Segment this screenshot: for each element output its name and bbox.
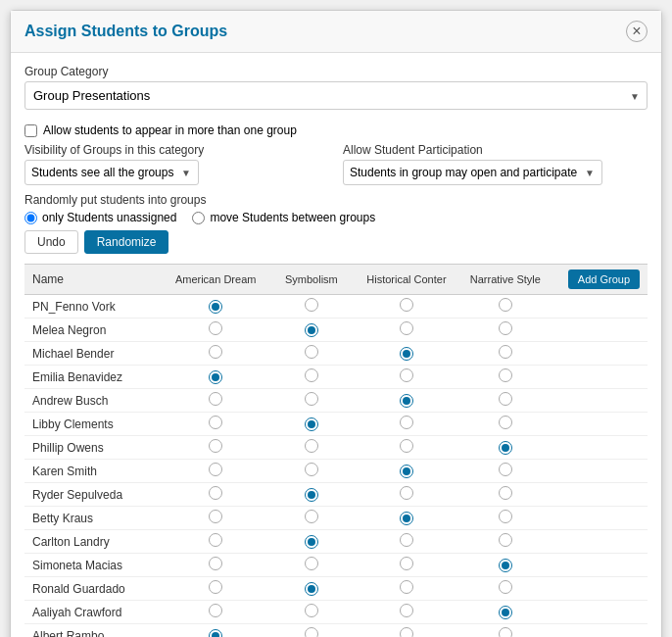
col-header-historical-conter: Historical Conter bbox=[355, 265, 458, 295]
group-radio[interactable] bbox=[209, 510, 222, 523]
group-radio[interactable] bbox=[400, 512, 413, 525]
group-radio[interactable] bbox=[400, 298, 413, 312]
action-buttons-row: Undo Randomize bbox=[24, 230, 648, 254]
group-radio[interactable] bbox=[305, 345, 318, 359]
group-radio[interactable] bbox=[209, 463, 222, 476]
group-radio[interactable] bbox=[499, 416, 512, 429]
table-row: Ronald Guardado bbox=[24, 577, 648, 601]
group-radio[interactable] bbox=[400, 394, 413, 408]
visibility-label: Visibility of Groups in this category bbox=[24, 143, 329, 157]
group-radio[interactable] bbox=[400, 486, 413, 500]
group-radio[interactable] bbox=[400, 439, 413, 453]
student-name: Karen Smith bbox=[24, 460, 164, 483]
student-name: Melea Negron bbox=[24, 318, 164, 342]
group-radio[interactable] bbox=[305, 392, 318, 406]
group-radio[interactable] bbox=[305, 298, 318, 312]
participation-select[interactable]: Students in group may open and participa… bbox=[343, 160, 602, 185]
group-radio[interactable] bbox=[400, 557, 413, 570]
undo-button[interactable]: Undo bbox=[24, 230, 78, 254]
group-radio[interactable] bbox=[400, 627, 413, 637]
group-radio[interactable] bbox=[499, 345, 512, 359]
group-radio[interactable] bbox=[499, 298, 512, 312]
table-row: Emilia Benavidez bbox=[24, 366, 648, 389]
group-radio[interactable] bbox=[400, 416, 413, 429]
student-name: Betty Kraus bbox=[24, 507, 164, 530]
group-radio[interactable] bbox=[209, 557, 222, 570]
col-header-narrative-style: Narrative Style bbox=[458, 265, 552, 295]
group-radio[interactable] bbox=[499, 580, 512, 594]
randomly-label: Randomly put students into groups bbox=[24, 193, 648, 207]
table-row: Libby Clements bbox=[24, 413, 648, 436]
participation-wrapper: Students in group may open and participa… bbox=[343, 160, 602, 185]
group-category-select[interactable]: Group Presentations bbox=[24, 81, 648, 110]
table-row: Betty Kraus bbox=[24, 507, 648, 530]
group-radio[interactable] bbox=[305, 417, 318, 431]
group-radio[interactable] bbox=[209, 439, 222, 453]
group-radio[interactable] bbox=[400, 533, 413, 547]
group-radio[interactable] bbox=[305, 323, 318, 337]
allow-multiple-label[interactable]: Allow students to appear in more than on… bbox=[43, 123, 297, 137]
group-radio[interactable] bbox=[209, 345, 222, 359]
close-button[interactable]: × bbox=[626, 21, 648, 42]
group-radio[interactable] bbox=[209, 370, 222, 384]
group-radio[interactable] bbox=[209, 300, 222, 314]
group-radio[interactable] bbox=[209, 604, 222, 617]
group-radio[interactable] bbox=[305, 582, 318, 596]
group-radio[interactable] bbox=[209, 533, 222, 547]
group-radio[interactable] bbox=[499, 463, 512, 476]
allow-multiple-checkbox[interactable] bbox=[24, 124, 37, 137]
group-radio[interactable] bbox=[499, 510, 512, 523]
assign-students-modal: Assign Students to Groups × Group Catego… bbox=[10, 10, 662, 637]
group-radio[interactable] bbox=[499, 368, 512, 382]
add-group-button[interactable]: Add Group bbox=[568, 270, 640, 289]
radio-options-row: only Students unassigned move Students b… bbox=[24, 211, 648, 224]
group-radio[interactable] bbox=[305, 463, 318, 476]
group-category-label: Group Category bbox=[24, 65, 648, 78]
group-radio[interactable] bbox=[305, 439, 318, 453]
group-radio[interactable] bbox=[400, 580, 413, 594]
group-radio[interactable] bbox=[499, 559, 512, 572]
group-radio[interactable] bbox=[400, 465, 413, 478]
table-row: Albert Rambo bbox=[24, 624, 648, 638]
student-name: Ronald Guardado bbox=[24, 577, 164, 601]
group-radio[interactable] bbox=[400, 368, 413, 382]
col-header-symbolism: Symbolism bbox=[268, 265, 355, 295]
radio-move-students[interactable] bbox=[192, 212, 205, 224]
table-row: Michael Bender bbox=[24, 342, 648, 366]
group-radio[interactable] bbox=[499, 441, 512, 455]
group-radio[interactable] bbox=[499, 321, 512, 335]
table-row: Melea Negron bbox=[24, 318, 648, 342]
group-radio[interactable] bbox=[499, 533, 512, 547]
participation-label: Allow Student Participation bbox=[343, 143, 648, 157]
visibility-participation-row: Visibility of Groups in this category St… bbox=[24, 143, 648, 185]
group-radio[interactable] bbox=[305, 510, 318, 523]
group-radio[interactable] bbox=[305, 627, 318, 637]
randomize-button[interactable]: Randomize bbox=[84, 230, 169, 254]
group-radio[interactable] bbox=[400, 347, 413, 361]
group-radio[interactable] bbox=[305, 557, 318, 570]
col-header-american-dream: American Dream bbox=[164, 265, 268, 295]
group-radio[interactable] bbox=[209, 629, 222, 638]
visibility-select[interactable]: Students see all the groups bbox=[24, 160, 199, 185]
table-row: Carlton Landry bbox=[24, 530, 648, 554]
group-radio[interactable] bbox=[499, 486, 512, 500]
group-radio[interactable] bbox=[305, 368, 318, 382]
group-radio[interactable] bbox=[209, 416, 222, 429]
student-name: Libby Clements bbox=[24, 413, 164, 436]
group-radio[interactable] bbox=[305, 488, 318, 502]
group-radio[interactable] bbox=[400, 604, 413, 617]
group-radio[interactable] bbox=[209, 321, 222, 335]
group-radio[interactable] bbox=[499, 627, 512, 637]
group-radio[interactable] bbox=[209, 392, 222, 406]
group-radio[interactable] bbox=[400, 321, 413, 335]
radio-move-students-label[interactable]: move Students between groups bbox=[192, 211, 375, 224]
group-radio[interactable] bbox=[209, 580, 222, 594]
group-radio[interactable] bbox=[209, 486, 222, 500]
group-radio[interactable] bbox=[305, 604, 318, 617]
group-radio[interactable] bbox=[499, 606, 512, 619]
radio-only-unassigned[interactable] bbox=[24, 212, 37, 224]
table-row: Karen Smith bbox=[24, 460, 648, 483]
group-radio[interactable] bbox=[305, 535, 318, 549]
group-radio[interactable] bbox=[499, 392, 512, 406]
radio-only-unassigned-label[interactable]: only Students unassigned bbox=[24, 211, 176, 224]
